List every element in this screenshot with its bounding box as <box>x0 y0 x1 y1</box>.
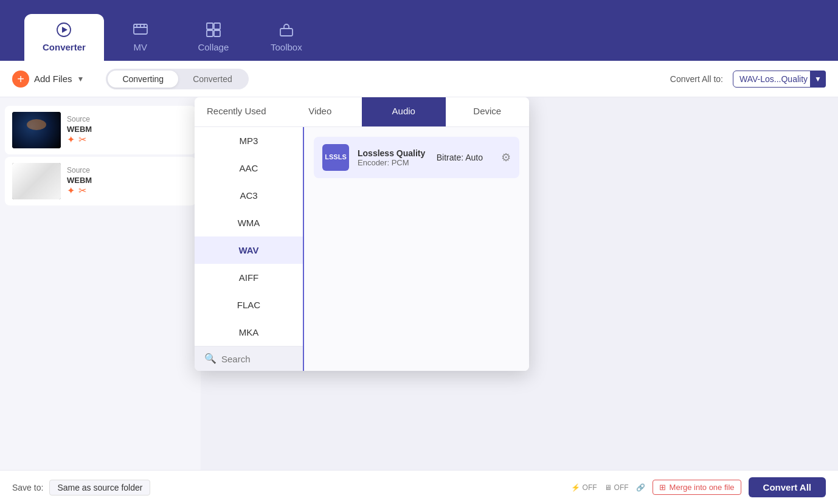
file-format-1: WEBM <box>67 125 189 134</box>
quality-icon-lossless: LSSLS <box>322 144 349 171</box>
format-list-column: MP3 AAC AC3 WMA WAV AIFF FLAC MKA 🔍 <box>195 127 304 371</box>
convert-all-label: Convert All to: <box>670 74 723 84</box>
quality-panel: LSSLS Lossless Quality Encoder: PCM Bitr… <box>304 127 529 371</box>
format-wma[interactable]: WMA <box>195 209 303 236</box>
format-tab-audio[interactable]: Audio <box>362 97 446 126</box>
format-wav[interactable]: WAV <box>195 236 303 264</box>
toolbar: + Add Files ▼ Converting Converted Conve… <box>0 61 838 97</box>
nav-tab-collage[interactable]: Collage <box>177 14 250 61</box>
search-icon: 🔍 <box>204 353 216 365</box>
file-list: Source WEBM ✦ ✂ Source WEBM ✦ <box>0 97 201 470</box>
format-content: MP3 AAC AC3 WMA WAV AIFF FLAC MKA 🔍 <box>195 127 529 371</box>
quality-info: Lossless Quality Encoder: PCM <box>358 148 428 167</box>
file-item-1: Source WEBM ✦ ✂ <box>5 106 196 154</box>
speed-tool[interactable]: ⚡ OFF <box>571 483 597 492</box>
nav-tab-mv-label: MV <box>134 42 148 52</box>
quality-bitrate: Bitrate: Auto <box>437 153 493 162</box>
file-item-2: Source WEBM ✦ ✂ <box>5 157 196 205</box>
file-source-label-2: Source <box>67 166 189 174</box>
add-icon: + <box>12 71 29 88</box>
hw-accel-tool[interactable]: 🖥 OFF <box>604 483 629 492</box>
quality-item-lossless[interactable]: LSSLS Lossless Quality Encoder: PCM Bitr… <box>314 137 519 178</box>
file-actions-1: ✦ ✂ <box>67 134 189 145</box>
hw-label: OFF <box>614 483 629 492</box>
file-thumbnail-1 <box>12 112 61 148</box>
svg-rect-5 <box>207 30 213 36</box>
nav-tab-toolbox[interactable]: Toolbox <box>250 14 323 61</box>
chevron-down-icon: ▼ <box>77 75 85 83</box>
file-source-label-1: Source <box>67 115 189 123</box>
nav-tab-converter[interactable]: Converter <box>24 14 104 61</box>
svg-marker-1 <box>62 27 68 33</box>
save-to-path[interactable]: Same as source folder <box>49 480 150 495</box>
link-icon: 🔗 <box>636 483 645 492</box>
scissors-icon-1[interactable]: ✂ <box>78 134 86 145</box>
convert-all-select-wrapper: WAV-Los...Quality ▼ <box>733 71 826 88</box>
scissors-icon-2[interactable]: ✂ <box>78 185 86 196</box>
convert-all-select[interactable]: WAV-Los...Quality <box>733 71 826 88</box>
convert-all-button[interactable]: Convert All <box>749 477 826 497</box>
nav-tab-toolbox-label: Toolbox <box>271 42 302 52</box>
merge-button[interactable]: ⊞ Merge into one file <box>653 480 741 495</box>
format-tab-recently-used[interactable]: Recently Used <box>195 97 279 126</box>
star-icon-1[interactable]: ✦ <box>67 134 75 145</box>
format-tab-video[interactable]: Video <box>279 97 362 126</box>
quality-icon-text: LSSLS <box>325 153 346 161</box>
format-flac[interactable]: FLAC <box>195 291 303 319</box>
nav-tab-collage-label: Collage <box>198 42 229 52</box>
converting-tab[interactable]: Converting <box>108 71 178 88</box>
svg-rect-6 <box>214 30 220 36</box>
star-icon-2[interactable]: ✦ <box>67 185 75 196</box>
format-dropdown: Recently Used Video Audio Device MP3 AAC… <box>195 97 529 371</box>
speed-label: OFF <box>583 483 597 492</box>
screen-thumbnail <box>12 163 61 199</box>
file-info-1: Source WEBM ✦ ✂ <box>67 115 189 145</box>
format-ac3[interactable]: AC3 <box>195 182 303 209</box>
conversion-tab-group: Converting Converted <box>106 69 248 89</box>
merge-icon: ⊞ <box>659 483 666 492</box>
file-format-2: WEBM <box>67 176 189 185</box>
speed-icon: ⚡ <box>571 483 580 492</box>
earth-thumbnail <box>12 112 61 148</box>
svg-rect-3 <box>207 23 213 29</box>
save-to-label: Save to: <box>12 483 43 492</box>
merge-label: Merge into one file <box>670 483 735 492</box>
bottom-tools: ⚡ OFF 🖥 OFF 🔗 ⊞ Merge into one file Conv… <box>571 477 826 497</box>
file-thumbnail-2 <box>12 163 61 199</box>
format-tabs: Recently Used Video Audio Device <box>195 97 529 127</box>
add-files-button[interactable]: + Add Files ▼ <box>12 71 84 88</box>
format-aiff[interactable]: AIFF <box>195 264 303 291</box>
format-tab-device[interactable]: Device <box>446 97 530 126</box>
hw-icon: 🖥 <box>604 483 612 492</box>
main-area: + Add Files ▼ Converting Converted Conve… <box>0 61 838 504</box>
svg-rect-4 <box>214 23 220 29</box>
content-area: Source WEBM ✦ ✂ Source WEBM ✦ <box>0 97 838 470</box>
format-mka[interactable]: MKA <box>195 319 303 346</box>
file-info-2: Source WEBM ✦ ✂ <box>67 166 189 196</box>
file-actions-2: ✦ ✂ <box>67 185 189 196</box>
settings-gear-icon[interactable]: ⚙ <box>501 151 511 164</box>
format-search-bar[interactable]: 🔍 <box>195 346 303 371</box>
nav-tab-mv[interactable]: MV <box>104 14 177 61</box>
add-files-label: Add Files <box>34 74 72 84</box>
quality-encoder: Encoder: PCM <box>358 158 428 167</box>
converted-tab[interactable]: Converted <box>178 71 247 88</box>
bottom-bar: Save to: Same as source folder ⚡ OFF 🖥 O… <box>0 470 838 504</box>
nav-tab-converter-label: Converter <box>43 42 86 52</box>
format-aac[interactable]: AAC <box>195 154 303 182</box>
top-navigation: Converter MV Collage Toolbox <box>0 0 838 61</box>
format-list-scroll: MP3 AAC AC3 WMA WAV AIFF FLAC MKA <box>195 127 303 346</box>
link-tool[interactable]: 🔗 <box>636 483 645 492</box>
quality-name: Lossless Quality <box>358 148 428 158</box>
svg-rect-7 <box>280 29 293 36</box>
format-mp3[interactable]: MP3 <box>195 127 303 154</box>
